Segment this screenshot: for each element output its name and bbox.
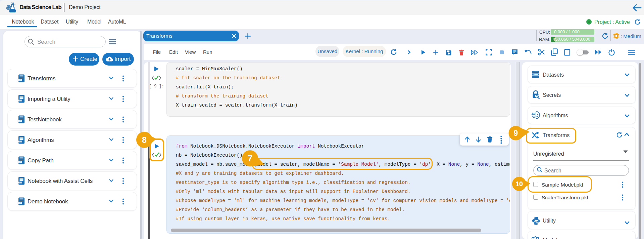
- svg-text:</>: </>: [19, 120, 21, 122]
- svg-text:</>: </>: [19, 141, 21, 143]
- svg-text:</>: </>: [19, 79, 21, 81]
- svg-text:9: 9: [514, 129, 518, 137]
- svg-text:7: 7: [248, 153, 252, 163]
- svg-text:</>: </>: [19, 182, 21, 184]
- svg-text:10: 10: [515, 180, 523, 188]
- svg-text:</>: </>: [19, 161, 21, 163]
- svg-text:</>: </>: [19, 100, 21, 102]
- svg-text:</>: </>: [19, 202, 21, 204]
- svg-text:8: 8: [142, 135, 147, 145]
